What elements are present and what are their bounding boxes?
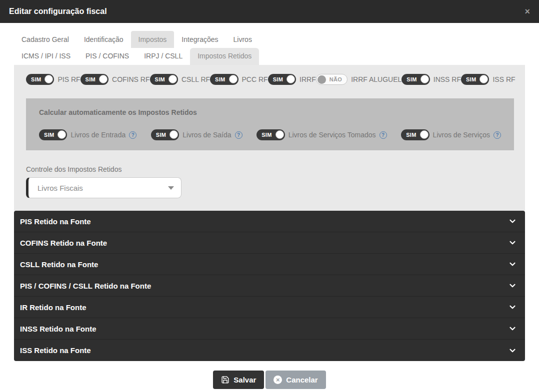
subtab-impostos-retidos[interactable]: Impostos Retidos bbox=[190, 48, 259, 65]
accordion-pis-cofins-csll-retido[interactable]: PIS / COFINS / CSLL Retido na Fonte bbox=[14, 275, 525, 297]
auto-calc-toggle-row: SIM Livros de Entrada ? SIM Livros de Sa… bbox=[39, 129, 501, 140]
toggle-label: Livros de Entrada bbox=[70, 131, 126, 139]
toggle-switch[interactable]: SIM bbox=[402, 74, 430, 85]
control-impostos-retidos-select[interactable]: Livros Fiscais bbox=[26, 177, 182, 198]
toggle-inss-rf[interactable]: SIM INSS RF bbox=[402, 74, 461, 85]
switch-knob bbox=[420, 75, 429, 83]
chevron-down-icon bbox=[508, 217, 517, 226]
help-icon[interactable]: ? bbox=[129, 131, 136, 139]
toggle-label: Livros de Saída bbox=[182, 131, 231, 139]
cancel-button[interactable]: × Cancelar bbox=[266, 371, 326, 389]
subtab-pis-cofins[interactable]: PIS / COFINS bbox=[78, 48, 136, 65]
subtab-icms-ipi-iss[interactable]: ICMS / IPI / ISS bbox=[14, 48, 78, 65]
switch-knob bbox=[480, 75, 488, 83]
help-icon[interactable]: ? bbox=[235, 131, 242, 139]
switch-knob bbox=[420, 130, 428, 139]
impostos-retidos-panel: SIM PIS RF SIM COFINS RF SIM CSLL RF SIM… bbox=[14, 65, 525, 211]
switch-knob bbox=[168, 75, 177, 83]
save-disk-icon bbox=[221, 376, 230, 384]
chevron-down-icon bbox=[508, 281, 517, 290]
toggle-iss-rf[interactable]: SIM ISS RF bbox=[461, 74, 516, 85]
accordion-pis-retido[interactable]: PIS Retido na Fonte bbox=[14, 211, 525, 232]
sub-tabs: ICMS / IPI / ISS PIS / COFINS IRPJ / CSL… bbox=[14, 48, 539, 65]
control-impostos-retidos-label: Controle dos Impostos Retidos bbox=[26, 165, 513, 173]
switch-knob bbox=[286, 75, 295, 83]
toggle-livros-servicos-tomados[interactable]: SIM Livros de Serviços Tomados ? bbox=[256, 129, 386, 140]
accordion-inss-retido[interactable]: INSS Retido na Fonte bbox=[14, 318, 525, 340]
tab-integracoes[interactable]: Integrações bbox=[174, 31, 226, 48]
tab-livros[interactable]: Livros bbox=[226, 31, 260, 48]
retention-accordions: PIS Retido na Fonte COFINS Retido na Fon… bbox=[14, 211, 525, 361]
select-value: Livros Fiscais bbox=[38, 184, 83, 192]
toggle-label: CSLL RF bbox=[182, 75, 210, 83]
auto-calc-title: Calcular automaticamente os Impostos Ret… bbox=[39, 108, 501, 116]
toggle-switch[interactable]: NÃO bbox=[316, 74, 348, 85]
footer-actions: Salvar × Cancelar bbox=[0, 371, 539, 389]
toggle-label: INSS RF bbox=[434, 75, 461, 83]
toggle-livros-saida[interactable]: SIM Livros de Saída ? bbox=[151, 129, 242, 140]
toggle-switch[interactable]: SIM bbox=[39, 129, 67, 140]
toggle-switch[interactable]: SIM bbox=[268, 74, 296, 85]
chevron-down-icon bbox=[508, 260, 517, 269]
help-icon[interactable]: ? bbox=[380, 131, 387, 139]
help-icon[interactable]: ? bbox=[494, 131, 501, 139]
accordion-csll-retido[interactable]: CSLL Retido na Fonte bbox=[14, 254, 525, 275]
toggle-switch[interactable]: SIM bbox=[210, 74, 238, 85]
switch-knob bbox=[58, 130, 66, 139]
accordion-iss-retido[interactable]: ISS Retido na Fonte bbox=[14, 340, 525, 361]
switch-knob bbox=[229, 75, 238, 83]
accordion-cofins-retido[interactable]: COFINS Retido na Fonte bbox=[14, 232, 525, 254]
toggle-irrf[interactable]: SIM IRRF bbox=[268, 74, 316, 85]
switch-knob bbox=[276, 130, 284, 139]
toggle-label: IRRF bbox=[300, 75, 316, 83]
switch-knob bbox=[170, 130, 178, 139]
tab-impostos[interactable]: Impostos bbox=[131, 31, 174, 48]
toggle-pis-rf[interactable]: SIM PIS RF bbox=[26, 74, 80, 85]
toggle-label: Livros de Serviços Tomados bbox=[288, 131, 376, 139]
modal-title: Editar configuração fiscal bbox=[9, 7, 107, 16]
modal-header: Editar configuração fiscal × bbox=[0, 0, 539, 23]
retention-toggle-row: SIM PIS RF SIM COFINS RF SIM CSLL RF SIM… bbox=[26, 74, 513, 85]
toggle-cofins-rf[interactable]: SIM COFINS RF bbox=[80, 74, 150, 85]
switch-knob bbox=[318, 75, 326, 84]
toggle-switch[interactable]: SIM bbox=[26, 74, 54, 85]
save-button[interactable]: Salvar bbox=[213, 371, 264, 389]
toggle-csll-rf[interactable]: SIM CSLL RF bbox=[150, 74, 210, 85]
close-icon[interactable]: × bbox=[524, 7, 530, 16]
chevron-down-icon bbox=[508, 303, 517, 312]
toggle-label: PIS RF bbox=[58, 75, 80, 83]
tab-cadastro-geral[interactable]: Cadastro Geral bbox=[14, 31, 76, 48]
toggle-switch[interactable]: SIM bbox=[256, 129, 284, 140]
chevron-down-icon bbox=[508, 238, 517, 247]
auto-calc-box: Calcular automaticamente os Impostos Ret… bbox=[26, 98, 514, 150]
toggle-label: COFINS RF bbox=[112, 75, 150, 83]
chevron-down-icon bbox=[508, 324, 517, 333]
toggle-pcc-rf[interactable]: SIM PCC RF bbox=[210, 74, 268, 85]
toggle-livros-servicos[interactable]: SIM Livros de Serviços ? bbox=[401, 129, 501, 140]
switch-knob bbox=[44, 75, 53, 83]
toggle-switch[interactable]: SIM bbox=[150, 74, 178, 85]
accordion-ir-retido[interactable]: IR Retido na Fonte bbox=[14, 297, 525, 318]
chevron-down-icon bbox=[508, 346, 517, 355]
switch-knob bbox=[99, 75, 108, 83]
toggle-switch[interactable]: SIM bbox=[80, 74, 108, 85]
toggle-label: PCC RF bbox=[242, 75, 268, 83]
toggle-label: Livros de Serviços bbox=[433, 131, 490, 139]
toggle-irrf-aluguel[interactable]: NÃO IRRF ALUGUEL bbox=[316, 74, 402, 85]
tab-identificacao[interactable]: Identificação bbox=[76, 31, 131, 48]
cancel-circle-x-icon: × bbox=[274, 376, 282, 384]
toggle-label: ISS RF bbox=[492, 75, 515, 83]
subtab-irpj-csll[interactable]: IRPJ / CSLL bbox=[136, 48, 190, 65]
toggle-switch[interactable]: SIM bbox=[151, 129, 179, 140]
toggle-switch[interactable]: SIM bbox=[401, 129, 429, 140]
toggle-label: IRRF ALUGUEL bbox=[351, 75, 402, 83]
toggle-livros-entrada[interactable]: SIM Livros de Entrada ? bbox=[39, 129, 136, 140]
toggle-switch[interactable]: SIM bbox=[461, 74, 489, 85]
caret-down-icon bbox=[168, 186, 174, 190]
main-tabs: Cadastro Geral Identificação Impostos In… bbox=[14, 31, 539, 48]
